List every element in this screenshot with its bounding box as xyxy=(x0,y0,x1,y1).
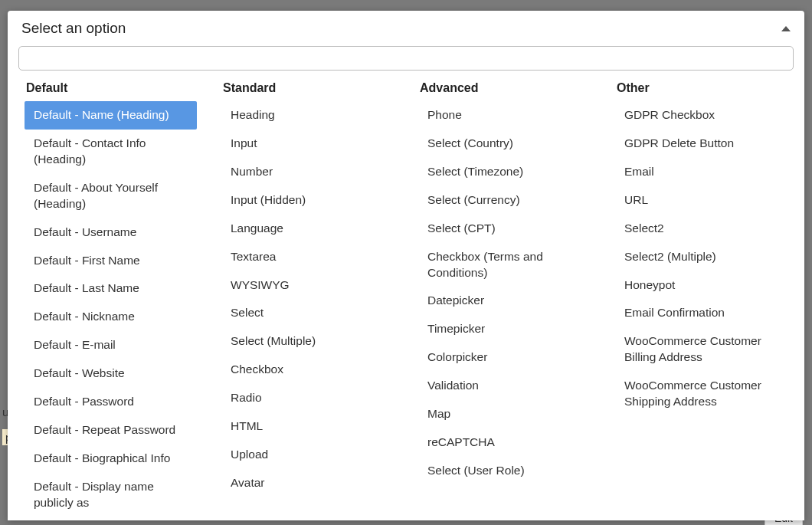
option-item[interactable]: WYSIWYG xyxy=(221,271,394,300)
option-list: GDPR CheckboxGDPR Delete ButtonEmailURLS… xyxy=(615,101,787,416)
search-input[interactable] xyxy=(18,46,794,71)
option-item[interactable]: Language xyxy=(221,215,394,243)
option-item[interactable]: Default - Contact Info (Heading) xyxy=(25,130,197,174)
option-item[interactable]: Colorpicker xyxy=(418,343,591,372)
option-list: HeadingInputNumberInput (Hidden)Language… xyxy=(221,101,394,497)
option-item[interactable]: Validation xyxy=(418,372,591,400)
option-item[interactable]: Select (Timezone) xyxy=(418,158,591,186)
option-columns: DefaultDefault - Name (Heading)Default -… xyxy=(8,78,804,520)
group-label: Standard xyxy=(221,78,394,101)
option-item[interactable]: Map xyxy=(418,400,591,428)
option-item[interactable]: Default - Password xyxy=(25,388,197,416)
select-option-modal: Select an option DefaultDefault - Name (… xyxy=(8,11,804,520)
option-item[interactable]: Input (Hidden) xyxy=(221,186,394,215)
option-item[interactable]: Default - About Yourself (Heading) xyxy=(25,174,197,218)
option-item[interactable]: Select xyxy=(221,299,394,327)
option-list: Default - Name (Heading)Default - Contac… xyxy=(25,101,197,517)
option-item[interactable]: Default - Website xyxy=(25,359,197,388)
option-item[interactable]: Select (Country) xyxy=(418,130,591,158)
option-group: DefaultDefault - Name (Heading)Default -… xyxy=(12,78,209,520)
option-item[interactable]: Select (User Role) xyxy=(418,457,591,485)
option-group: StandardHeadingInputNumberInput (Hidden)… xyxy=(209,78,406,520)
search-wrapper xyxy=(8,43,804,78)
option-item[interactable]: HTML xyxy=(221,412,394,441)
option-item[interactable]: Checkbox xyxy=(221,356,394,384)
option-group: OtherGDPR CheckboxGDPR Delete ButtonEmai… xyxy=(603,78,800,520)
option-item[interactable]: Upload xyxy=(221,441,394,469)
option-item[interactable]: Honeypot xyxy=(615,271,787,300)
option-item[interactable]: Default - Name (Heading) xyxy=(25,101,197,130)
modal-header: Select an option xyxy=(8,11,804,43)
option-item[interactable]: Checkbox (Terms and Conditions) xyxy=(418,243,591,287)
collapse-caret-icon[interactable] xyxy=(781,26,791,31)
option-item[interactable]: reCAPTCHA xyxy=(418,428,591,457)
option-item[interactable]: Number xyxy=(221,158,394,186)
option-item[interactable]: GDPR Checkbox xyxy=(615,101,787,130)
group-label: Default xyxy=(25,78,197,101)
option-item[interactable]: Default - First Name xyxy=(25,247,197,275)
option-item[interactable]: Select2 (Multiple) xyxy=(615,243,787,271)
option-list: PhoneSelect (Country)Select (Timezone)Se… xyxy=(418,101,591,485)
option-item[interactable]: Avatar xyxy=(221,469,394,497)
option-item[interactable]: URL xyxy=(615,186,787,215)
option-item[interactable]: Datepicker xyxy=(418,287,591,315)
option-item[interactable]: Select (Currency) xyxy=(418,186,591,215)
option-item[interactable]: Textarea xyxy=(221,243,394,271)
option-item[interactable]: Timepicker xyxy=(418,315,591,343)
option-item[interactable]: GDPR Delete Button xyxy=(615,130,787,158)
group-label: Other xyxy=(615,78,787,101)
option-item[interactable]: Default - Last Name xyxy=(25,274,197,303)
option-item[interactable]: Default - Biographical Info xyxy=(25,445,197,473)
option-item[interactable]: Default - Display name publicly as xyxy=(25,473,197,517)
option-item[interactable]: Radio xyxy=(221,384,394,412)
option-item[interactable]: Select (CPT) xyxy=(418,215,591,243)
option-item[interactable]: Email Confirmation xyxy=(615,299,787,327)
option-item[interactable]: Select2 xyxy=(615,215,787,243)
option-item[interactable]: Select (Multiple) xyxy=(221,327,394,356)
option-item[interactable]: Phone xyxy=(418,101,591,130)
option-group: AdvancedPhoneSelect (Country)Select (Tim… xyxy=(406,78,603,520)
option-item[interactable]: Default - Repeat Password xyxy=(25,416,197,445)
option-item[interactable]: Input xyxy=(221,130,394,158)
modal-title: Select an option xyxy=(21,20,126,37)
option-item[interactable]: WooCommerce Customer Billing Address xyxy=(615,327,787,372)
option-item[interactable]: Email xyxy=(615,158,787,186)
option-item[interactable]: WooCommerce Customer Shipping Address xyxy=(615,372,787,416)
option-item[interactable]: Default - Username xyxy=(25,218,197,247)
option-item[interactable]: Heading xyxy=(221,101,394,130)
group-label: Advanced xyxy=(418,78,591,101)
option-item[interactable]: Default - Nickname xyxy=(25,303,197,331)
option-item[interactable]: Default - E-mail xyxy=(25,331,197,359)
